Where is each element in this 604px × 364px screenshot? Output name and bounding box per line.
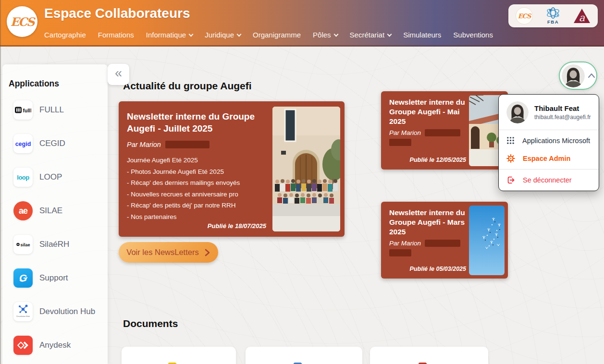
svg-text:fulll: fulll — [23, 108, 32, 113]
chevron-down-icon — [387, 32, 392, 36]
svg-text:G: G — [19, 272, 27, 283]
sidebar-item-fulll[interactable]: fulll FULLL — [13, 100, 108, 120]
nav-item-poles[interactable]: Pôles — [313, 31, 338, 39]
chevron-up-icon — [588, 73, 595, 78]
nav-item-informatique[interactable]: Informatique — [146, 31, 193, 39]
sidebar-item-silae[interactable]: ae SILAE — [13, 201, 108, 220]
main-nav: Cartographie Formations Informatique Jur… — [44, 31, 493, 39]
sidebar-item-loop[interactable]: loop LOOP — [13, 168, 108, 187]
newsletter-title: Newsletter interne du Groupe Augefi - Ma… — [389, 97, 472, 126]
app-header: ECS Espace Collaborateurs Cartographie F… — [0, 0, 604, 47]
redacted-name — [165, 141, 210, 148]
redacted-name — [425, 129, 460, 136]
newsletter-photo-sky — [469, 206, 505, 275]
newsletter-title: Newsletter interne du Groupe Augefi - Ju… — [127, 110, 269, 134]
sidebar-collapse-button[interactable]: « — [108, 64, 129, 85]
document-folder-card-yellow[interactable] — [122, 347, 236, 364]
documents-section-heading: Documents — [123, 318, 178, 329]
redacted-name — [425, 240, 460, 247]
chevron-down-icon — [237, 32, 242, 36]
double-chevron-left-icon: « — [115, 67, 122, 80]
sidebar-item-cegid[interactable]: cegid CEGID — [13, 134, 108, 153]
nav-item-simulateurs[interactable]: Simulateurs — [403, 31, 441, 39]
fulll-icon: fulll — [13, 100, 33, 120]
newsletter-card-mars-2025[interactable]: Newsletter interne du Groupe Augefi - Ma… — [381, 202, 508, 279]
svg-text:FBA: FBA — [547, 19, 559, 24]
folder-icon-red — [416, 359, 443, 364]
folder-icon-yellow — [165, 359, 192, 364]
chevron-down-icon — [333, 32, 338, 36]
sidebar-item-label: CEGID — [39, 139, 65, 148]
newsletter-summary: Journée Augefi Eté 2025 - Photos Journée… — [127, 155, 271, 222]
ecs-logo[interactable]: ECS — [7, 6, 37, 37]
cegid-icon: cegid — [13, 134, 33, 153]
svg-text:cegid: cegid — [15, 141, 31, 147]
view-newsletters-button[interactable]: Voir les NewsLetters — [119, 242, 218, 263]
augefi-partner-logo[interactable]: a — [573, 8, 591, 24]
partner-logos-panel: ECS FBA a — [508, 4, 598, 27]
menu-item-applications-microsoft[interactable]: Applications Microsoft — [499, 130, 599, 149]
sidebar-item-anydesk[interactable]: Anydesk — [13, 336, 108, 355]
sidebar-item-label: Devolution Hub — [39, 307, 95, 316]
folder-icon-blue — [291, 359, 318, 364]
newsletter-photo-group — [272, 107, 340, 231]
chevron-down-icon — [189, 32, 194, 36]
user-avatar — [562, 64, 585, 87]
sidebar-item-devolution-hub[interactable]: Devolution Hub Devolution Hub — [13, 302, 108, 321]
svg-text:loop: loop — [17, 174, 29, 181]
newsletter-title: Newsletter interne du Groupe Augefi - Ma… — [389, 208, 472, 237]
gear-icon — [506, 154, 515, 163]
sidebar-item-label: SilaéRH — [39, 240, 69, 249]
ecs-logo-text: ECS — [11, 15, 34, 29]
user-email: thibault.feat@augefi.fr — [534, 114, 591, 121]
sidebar-item-label: Support — [39, 273, 68, 283]
sidebar-item-label: LOOP — [39, 172, 62, 182]
redacted-name — [389, 139, 411, 146]
anydesk-icon — [13, 336, 33, 355]
menu-item-se-deconnecter[interactable]: Se déconnecter — [499, 170, 599, 191]
sidebar-item-label: SILAE — [39, 206, 62, 216]
featured-newsletter-card[interactable]: Newsletter interne du Groupe Augefi - Ju… — [119, 101, 345, 237]
sidebar-title: Applications — [9, 79, 108, 89]
svg-text:a: a — [579, 12, 585, 24]
sidebar-item-label: FULLL — [39, 105, 64, 115]
user-menu: Thibault Feat thibault.feat@augefi.fr Ap… — [498, 94, 599, 191]
user-avatar-button[interactable] — [559, 61, 597, 90]
news-section-heading: Actualité du groupe Augefi — [123, 80, 252, 92]
ecs-partner-logo[interactable]: ECS — [516, 7, 533, 24]
user-name: Thibault Feat — [534, 104, 591, 112]
nav-item-organigramme[interactable]: Organigramme — [253, 31, 301, 39]
nav-item-subventions[interactable]: Subventions — [453, 31, 493, 39]
silae-icon: ae — [13, 201, 33, 220]
sidebar: Applications fulll FULLL cegid CEGID — [2, 64, 108, 364]
nav-item-secretariat[interactable]: Secrétariat — [350, 31, 392, 39]
logout-icon — [506, 176, 515, 184]
devolution-hub-icon: Devolution Hub — [13, 302, 33, 321]
app-list: fulll FULLL cegid CEGID loop LOOP — [13, 100, 108, 355]
fba-partner-logo[interactable]: FBA — [542, 7, 564, 25]
page-title: Espace Collaborateurs — [44, 6, 190, 21]
sidebar-item-label: Anydesk — [39, 340, 71, 350]
user-avatar — [506, 101, 529, 123]
support-icon: G — [13, 268, 33, 288]
sidebar-item-silaerh[interactable]: silae SilaéRH — [13, 235, 108, 254]
newsletter-published-date: Publié le 18/07/2025 — [127, 222, 266, 230]
document-folder-card-blue[interactable] — [246, 347, 362, 364]
chevron-right-icon — [205, 249, 210, 256]
redacted-name — [389, 249, 411, 256]
newsletter-published-date: Publié le 12/05/2025 — [389, 157, 466, 163]
silaerh-icon: silae — [13, 235, 33, 254]
svg-text:Devolution Hub: Devolution Hub — [16, 315, 30, 317]
user-info: Thibault Feat thibault.feat@augefi.fr — [499, 95, 599, 130]
nav-item-cartographie[interactable]: Cartographie — [44, 31, 86, 39]
newsletter-card-mai-2025[interactable]: Newsletter interne du Groupe Augefi - Ma… — [381, 91, 508, 170]
loop-icon: loop — [13, 168, 33, 187]
nav-item-juridique[interactable]: Juridique — [205, 31, 241, 39]
grid-icon — [506, 136, 515, 145]
newsletter-published-date: Publié le 05/03/2025 — [389, 266, 466, 272]
svg-text:silae: silae — [21, 243, 30, 247]
sidebar-item-support[interactable]: G Support — [13, 268, 108, 288]
menu-item-espace-admin[interactable]: Espace Admin — [499, 149, 599, 169]
nav-item-formations[interactable]: Formations — [98, 31, 134, 39]
document-folder-card-red[interactable] — [370, 347, 488, 364]
